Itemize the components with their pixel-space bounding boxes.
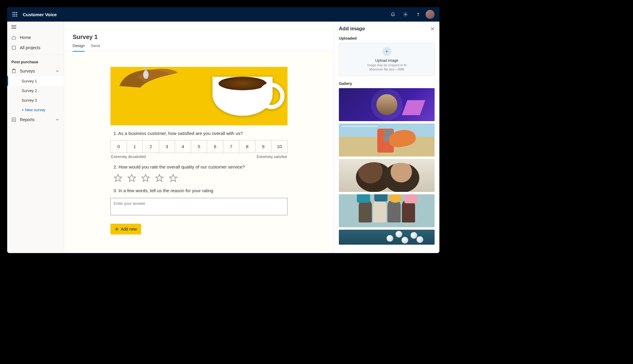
nps-option-9[interactable]: 9 bbox=[255, 140, 272, 153]
reports-icon bbox=[11, 117, 16, 122]
svg-point-9 bbox=[405, 14, 406, 15]
star-rating bbox=[110, 174, 288, 183]
svg-rect-1 bbox=[14, 12, 15, 13]
nav-all-projects[interactable]: All projects bbox=[7, 43, 64, 53]
svg-rect-14 bbox=[12, 46, 16, 49]
gallery-label: Gallery bbox=[339, 81, 435, 86]
svg-rect-8 bbox=[16, 16, 17, 16]
tab-design[interactable]: Design bbox=[73, 43, 85, 52]
star-5[interactable] bbox=[169, 174, 178, 183]
nav-surveys[interactable]: Surveys bbox=[7, 66, 64, 76]
svg-rect-2 bbox=[16, 12, 17, 13]
nav-reports[interactable]: Reports bbox=[7, 115, 64, 125]
plus-circle-icon: + bbox=[382, 47, 391, 56]
nav-survey-1[interactable]: Survey 1 bbox=[7, 76, 64, 86]
nps-option-5[interactable]: 5 bbox=[191, 140, 207, 153]
nps-option-4[interactable]: 4 bbox=[175, 140, 191, 153]
q1-number: 1. bbox=[113, 131, 117, 136]
svg-marker-23 bbox=[114, 175, 122, 182]
nav-reports-label: Reports bbox=[20, 117, 35, 122]
svg-rect-3 bbox=[13, 14, 14, 15]
svg-marker-25 bbox=[142, 175, 149, 182]
help-icon[interactable] bbox=[412, 7, 424, 22]
close-icon[interactable] bbox=[430, 27, 435, 31]
add-new-button[interactable]: Add new bbox=[110, 224, 141, 234]
nps-scale: 012345678910 bbox=[110, 140, 288, 153]
page-title: Survey 1 bbox=[73, 34, 325, 40]
q2-number: 2. bbox=[113, 164, 117, 169]
settings-icon[interactable] bbox=[399, 7, 412, 22]
tab-send[interactable]: Send bbox=[91, 43, 100, 52]
title-bar: Customer Voice bbox=[7, 7, 439, 22]
question-1: 1. As a business customer, how satisfied… bbox=[110, 125, 288, 138]
upload-cta: Upload image bbox=[375, 58, 398, 63]
survey-hero-image[interactable] bbox=[110, 67, 288, 125]
nps-option-7[interactable]: 7 bbox=[223, 140, 240, 153]
svg-point-22 bbox=[143, 70, 149, 79]
svg-rect-6 bbox=[13, 16, 14, 16]
app-title: Customer Voice bbox=[23, 12, 57, 17]
projects-icon bbox=[11, 45, 16, 50]
nav-all-projects-label: All projects bbox=[20, 45, 40, 50]
upload-hint1: Image may be cropped to fit bbox=[367, 63, 406, 67]
question-3: 3. In a few words, tell us the reason fo… bbox=[110, 183, 288, 195]
nps-option-0[interactable]: 0 bbox=[111, 140, 127, 153]
q2-text: How would you rate the overall quality o… bbox=[119, 164, 245, 169]
add-image-panel: Add image Uploaded + Upload image Image … bbox=[334, 22, 439, 253]
nav-new-survey[interactable]: + New survey bbox=[7, 105, 64, 115]
gallery-image-5[interactable] bbox=[339, 230, 435, 245]
question-2: 2. How would you rate the overall qualit… bbox=[110, 159, 288, 171]
nav-survey-3[interactable]: Survey 3 bbox=[7, 95, 64, 105]
add-new-label: Add new bbox=[121, 227, 137, 231]
chevron-down-icon bbox=[55, 117, 60, 122]
nav-home[interactable]: Home bbox=[7, 32, 64, 43]
home-icon bbox=[11, 35, 16, 40]
plus-icon bbox=[115, 227, 119, 231]
star-2[interactable] bbox=[127, 174, 136, 183]
upload-hint2: Maximum file size—5MB bbox=[369, 67, 404, 72]
upload-image-button[interactable]: + Upload image Image may be cropped to f… bbox=[339, 43, 435, 76]
panel-title: Add image bbox=[339, 26, 365, 32]
nav-home-label: Home bbox=[20, 35, 31, 40]
svg-rect-5 bbox=[16, 14, 17, 15]
app-launcher-icon[interactable] bbox=[10, 10, 20, 19]
nps-option-10[interactable]: 10 bbox=[271, 140, 287, 153]
project-name: Post purchase bbox=[7, 57, 64, 66]
hamburger-icon[interactable] bbox=[7, 22, 64, 32]
star-1[interactable] bbox=[113, 174, 122, 183]
gallery-image-3[interactable] bbox=[339, 159, 435, 192]
sidebar: Home All projects Post purchase Surveys … bbox=[7, 22, 64, 253]
svg-marker-27 bbox=[170, 175, 177, 182]
svg-rect-7 bbox=[14, 16, 15, 16]
nps-option-3[interactable]: 3 bbox=[159, 140, 175, 153]
notifications-icon[interactable] bbox=[387, 7, 399, 22]
gallery-image-1[interactable] bbox=[339, 88, 435, 121]
answer-textarea[interactable] bbox=[110, 198, 288, 215]
chevron-down-icon bbox=[55, 69, 60, 73]
gallery-image-2[interactable] bbox=[339, 124, 435, 157]
uploaded-label: Uploaded bbox=[339, 36, 435, 40]
svg-marker-24 bbox=[128, 175, 136, 182]
nps-low-label: Extremely dissatisfied bbox=[111, 155, 146, 159]
svg-rect-0 bbox=[13, 12, 14, 13]
avatar[interactable] bbox=[426, 10, 435, 19]
star-3[interactable] bbox=[141, 174, 150, 183]
nps-option-1[interactable]: 1 bbox=[127, 140, 143, 153]
svg-marker-26 bbox=[156, 175, 163, 182]
q3-number: 3. bbox=[113, 188, 117, 193]
nps-high-label: Extremely satisfied bbox=[257, 155, 287, 159]
star-4[interactable] bbox=[155, 174, 164, 183]
surveys-icon bbox=[11, 69, 16, 73]
gallery-image-4[interactable] bbox=[339, 194, 435, 227]
nav-survey-2[interactable]: Survey 2 bbox=[7, 86, 64, 95]
q1-text: As a business customer, how satisfied ar… bbox=[118, 131, 243, 136]
svg-rect-4 bbox=[14, 14, 15, 15]
main-content: Survey 1 Design Send bbox=[64, 22, 334, 253]
nav-surveys-label: Surveys bbox=[20, 69, 35, 73]
nps-option-8[interactable]: 8 bbox=[239, 140, 255, 153]
q3-text: In a few words, tell us the reason for y… bbox=[119, 188, 213, 193]
nps-option-2[interactable]: 2 bbox=[143, 140, 159, 153]
svg-point-10 bbox=[418, 16, 418, 16]
splash-graphic bbox=[110, 67, 179, 98]
nps-option-6[interactable]: 6 bbox=[207, 140, 223, 153]
